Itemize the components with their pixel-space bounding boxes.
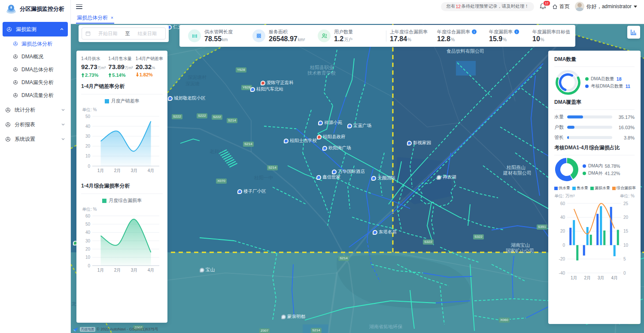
svg-text:4月: 4月 xyxy=(148,168,155,173)
svg-text:10: 10 xyxy=(85,154,91,158)
combo-chart-legend[interactable]: 供水量售水量漏损水量综合漏损率 xyxy=(554,185,635,191)
chart1-title: 1-4月产销差率分析 xyxy=(81,83,163,94)
menu-icon xyxy=(5,107,11,113)
road-badge: X070 xyxy=(216,179,227,184)
legend-item[interactable]: 综合漏损率 xyxy=(612,185,636,191)
svg-text:15: 15 xyxy=(623,229,629,233)
road-badge: S214 xyxy=(311,328,322,333)
poi-pin-icon xyxy=(281,315,286,319)
map-label: 深泥塘 xyxy=(185,81,200,87)
road-badge: S351 xyxy=(537,224,547,230)
svg-text:40: 40 xyxy=(85,230,91,235)
dma-count-title: DMA数量 xyxy=(554,56,635,67)
poi-pin-icon xyxy=(237,189,242,194)
overview-panel: 1-4月供水 92.73万m³ 2.73% 1-4月售水量 73.89万m³ 5… xyxy=(76,51,167,323)
sidebar-item-leak-monitor[interactable]: 漏损监测 xyxy=(3,22,68,36)
kpi-users: 用户数量 1.2万户 xyxy=(318,28,353,43)
coverage-row: 水量35.17% xyxy=(554,114,635,120)
info-icon[interactable]: i xyxy=(472,29,477,34)
kpi-pipe-length: 供水管网长度 78.55km xyxy=(188,28,233,43)
area-icon xyxy=(252,30,265,42)
loss-rate-area-chart: 01020304050601月2月3月4月 xyxy=(81,212,162,275)
date-range-input[interactable]: 开始日期 至 结束日期 xyxy=(82,27,166,39)
kpi-unit: % xyxy=(541,37,544,42)
tab-label: 漏损总体分析 xyxy=(77,14,108,21)
kpi-loss-target: 年度漏损率目标值 10% xyxy=(532,28,570,43)
tab-close-icon[interactable]: × xyxy=(111,15,113,20)
kpi-service-area: 服务面积 26548.97km² xyxy=(252,28,305,43)
legend-item[interactable]: 售水量 xyxy=(572,185,588,191)
home-icon xyxy=(552,4,558,9)
chart1-legend[interactable]: 月度产销差率 xyxy=(81,98,163,104)
hamburger-menu-icon[interactable] xyxy=(76,4,82,9)
menu-label: 漏损总体分析 xyxy=(21,40,52,48)
dma-panel: DMA数量 DMA总数量18考核DMA总数量11 DMA覆盖率 水量35.17%… xyxy=(548,51,641,324)
coverage-rows: 水量35.17%户数16.03%管长3.8% xyxy=(554,114,635,141)
kpi-unit: km² xyxy=(298,37,305,42)
menu-icon xyxy=(5,136,11,142)
sidebar-item-report[interactable]: 分析报表 xyxy=(0,117,70,132)
map-poi-marker: 桂阳士杰学校 xyxy=(284,138,317,144)
app-title: 分区漏损监控分析 xyxy=(20,5,64,13)
svg-text:60: 60 xyxy=(85,214,91,218)
chevron-up-icon xyxy=(60,27,64,31)
info-icon[interactable]: i xyxy=(514,29,519,34)
map-label: 湖南省拓地环保 xyxy=(369,324,402,330)
sidebar-item-dma-summary[interactable]: DMA概况 xyxy=(0,50,70,63)
svg-text:3月: 3月 xyxy=(131,268,138,272)
road-badge: S222 xyxy=(197,113,207,118)
kpi-annual-comprehensive-loss: 年度综合漏损率i 12.8% xyxy=(437,28,477,43)
stat-delta: 2.73% xyxy=(81,73,108,78)
map-canvas[interactable]: 深泥塘村深泥塘老邦山桂阳一中桂阳文化园桂阳县职业技术教育学校桂阳县第一人民医院东… xyxy=(71,24,644,333)
chevron-down-icon xyxy=(61,137,65,141)
road-badge: S214 xyxy=(338,256,349,261)
alert-banner[interactable]: 您有12条待处理预警记录，请及时处理！ xyxy=(441,2,534,11)
stat-label: 1-4月售水量 xyxy=(108,56,135,62)
svg-text:1月: 1月 xyxy=(97,268,104,272)
alert-text: 条待处理预警记录，请及时处理！ xyxy=(461,3,529,9)
nrw-rate-area-chart: 010203040501月2月3月4月 xyxy=(81,113,162,176)
kpi-label: 服务面积 xyxy=(269,28,305,35)
menu-icon xyxy=(13,93,18,98)
menu-icon xyxy=(13,67,18,72)
legend-item[interactable]: 漏损水量 xyxy=(590,185,610,191)
sidebar-item-leak-overview[interactable]: 漏损总体分析 xyxy=(0,37,70,50)
road-badge: S322 xyxy=(473,234,484,239)
kpi-unit: % xyxy=(407,37,411,42)
stat-value: 20.32 xyxy=(136,63,152,70)
home-link[interactable]: 首页 xyxy=(552,3,570,10)
menu-label: 统计分析 xyxy=(15,106,35,114)
svg-text:5: 5 xyxy=(623,257,626,261)
map-poi-marker: 天颜国际 xyxy=(371,175,395,181)
sidebar-item-settings[interactable]: 系统设置 xyxy=(0,132,70,146)
tab-leak-overview[interactable]: 漏损总体分析 × xyxy=(76,13,114,24)
sidebar-item-stat-analysis[interactable]: 统计分析 xyxy=(0,103,70,117)
dma-count-legend: DMA总数量18考核DMA总数量11 xyxy=(585,75,635,91)
chart-toggle-button[interactable] xyxy=(627,26,640,39)
sidebar-item-dma-loss[interactable]: DMA漏失分析 xyxy=(0,76,70,89)
end-date-placeholder: 结束日期 xyxy=(133,30,162,37)
combo-unit-right: 单位: % xyxy=(620,193,635,199)
stat-supply: 1-4月供水 92.73万m³ 2.73% xyxy=(81,56,108,78)
sidebar-item-dma-overall[interactable]: DMA总体分析 xyxy=(0,63,70,76)
sidebar-item-dma-flow[interactable]: DMA流量分析 xyxy=(0,89,70,102)
svg-text:20: 20 xyxy=(85,247,91,251)
alert-text: 您有 xyxy=(446,3,455,9)
dma-ratio-legend: DMA内58.78%DMA外41.22% xyxy=(583,162,635,178)
notification-bell-icon[interactable]: 12 xyxy=(539,3,547,10)
map-poi-marker: 东塔名居 xyxy=(373,229,397,235)
combo-bar-line-chart: -40-20020406005101520251月2月3月4月 xyxy=(554,199,635,282)
svg-text:40: 40 xyxy=(85,124,91,129)
svg-text:-40: -40 xyxy=(559,271,565,275)
svg-text:4月: 4月 xyxy=(148,268,155,272)
chart2-unit: 单位: % xyxy=(82,206,163,212)
menu-label: 系统设置 xyxy=(15,136,35,143)
kpi-label: 供水管网长度 xyxy=(204,28,233,35)
map-poi-marker: 桂阳汽车北站 xyxy=(250,86,283,92)
user-menu[interactable]: 你好，administrator xyxy=(575,2,637,11)
kpi-value: 12.8 xyxy=(437,35,450,42)
date-separator: 至 xyxy=(125,30,130,37)
svg-text:50: 50 xyxy=(85,114,91,119)
legend-item[interactable]: 供水量 xyxy=(554,185,570,191)
chart2-legend[interactable]: 月度综合漏损率 xyxy=(81,197,163,204)
